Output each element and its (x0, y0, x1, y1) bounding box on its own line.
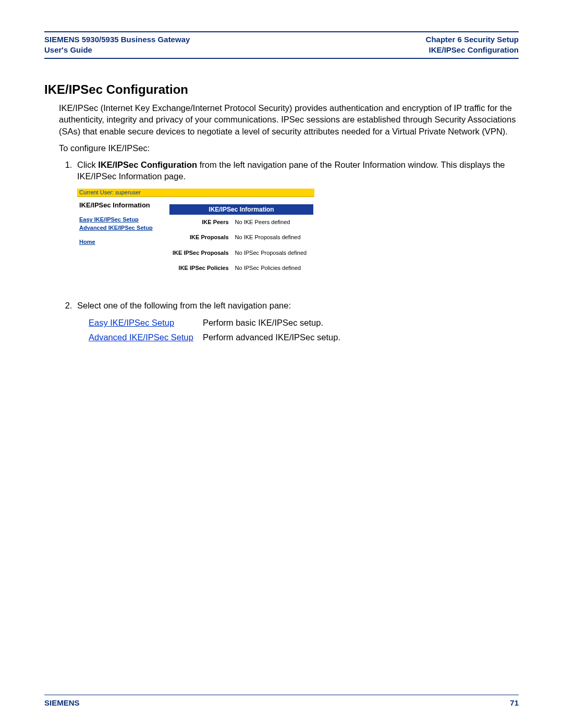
footer-page-number: 71 (510, 698, 519, 707)
option-link-cell: Easy IKE/IPSec Setup (89, 315, 203, 330)
step1-prefix: Click (77, 160, 98, 169)
option-row: Easy IKE/IPSec Setup Perform basic IKE/I… (89, 315, 350, 330)
step-1: Click IKE/IPSec Configuration from the l… (75, 159, 519, 290)
info-table: IKE/IPSec Information IKE Peers No IKE P… (169, 204, 313, 276)
step-2: Select one of the following from the lef… (75, 300, 519, 345)
header-chapter: Chapter 6 Security Setup (426, 34, 519, 45)
document-page: SIEMENS 5930/5935 Business Gateway User'… (0, 0, 563, 728)
option-link-easy[interactable]: Easy IKE/IPSec Setup (89, 318, 174, 327)
body-content: IKE/IPSec (Internet Key Exchange/Interne… (59, 102, 519, 345)
configure-lead: To configure IKE/IPSec: (59, 142, 519, 154)
option-link-cell: Advanced IKE/IPSec Setup (89, 330, 203, 344)
footer-brand: SIEMENS (44, 698, 80, 707)
page-footer: SIEMENS 71 (44, 695, 519, 707)
row-value: No IKE Proposals defined (232, 230, 313, 245)
table-row: IKE Peers No IKE Peers defined (169, 215, 313, 230)
link-home[interactable]: Home (79, 239, 165, 245)
steps-list: Click IKE/IPSec Configuration from the l… (59, 159, 519, 345)
header-section: IKE/IPSec Configuration (426, 45, 519, 55)
option-link-advanced[interactable]: Advanced IKE/IPSec Setup (89, 332, 193, 342)
embed-main: IKE/IPSec Information IKE Peers No IKE P… (168, 197, 314, 290)
page-header: SIEMENS 5930/5935 Business Gateway User'… (44, 31, 519, 59)
step1-bold: IKE/IPSec Configuration (98, 160, 197, 169)
info-table-title: IKE/IPSec Information (169, 204, 313, 215)
embed-body: IKE/IPSec Information Easy IKE/IPSec Set… (77, 197, 314, 290)
row-value: No IPSec Policies defined (232, 261, 313, 276)
options-table: Easy IKE/IPSec Setup Perform basic IKE/I… (89, 315, 350, 345)
option-row: Advanced IKE/IPSec Setup Perform advance… (89, 330, 350, 344)
sidebar-title: IKE/IPSec Information (79, 201, 165, 209)
page-title: IKE/IPSec Configuration (44, 82, 519, 97)
step2-text: Select one of the following from the lef… (77, 301, 291, 310)
link-easy-setup[interactable]: Easy IKE/IPSec Setup (79, 216, 165, 223)
header-guide: User's Guide (44, 45, 190, 55)
embedded-screenshot: Current User: superuser IKE/IPSec Inform… (77, 189, 314, 290)
row-label: IKE Proposals (169, 230, 232, 245)
current-user-bar: Current User: superuser (77, 189, 314, 197)
link-advanced-setup[interactable]: Advanced IKE/IPSec Setup (79, 225, 165, 231)
intro-paragraph: IKE/IPSec (Internet Key Exchange/Interne… (59, 102, 519, 137)
table-row: IKE IPSec Policies No IPSec Policies def… (169, 261, 313, 276)
header-left: SIEMENS 5930/5935 Business Gateway User'… (44, 34, 190, 55)
row-label: IKE Peers (169, 215, 232, 230)
embed-sidebar: IKE/IPSec Information Easy IKE/IPSec Set… (77, 197, 168, 290)
table-row: IKE IPSec Proposals No IPSec Proposals d… (169, 245, 313, 261)
row-value: No IKE Peers defined (232, 215, 313, 230)
row-value: No IPSec Proposals defined (232, 245, 313, 261)
header-right: Chapter 6 Security Setup IKE/IPSec Confi… (426, 34, 519, 55)
row-label: IKE IPSec Policies (169, 261, 232, 276)
table-row: IKE Proposals No IKE Proposals defined (169, 230, 313, 245)
header-product: SIEMENS 5930/5935 Business Gateway (44, 34, 190, 45)
row-label: IKE IPSec Proposals (169, 245, 232, 261)
option-desc: Perform advanced IKE/IPSec setup. (203, 330, 350, 344)
option-desc: Perform basic IKE/IPSec setup. (203, 315, 350, 330)
